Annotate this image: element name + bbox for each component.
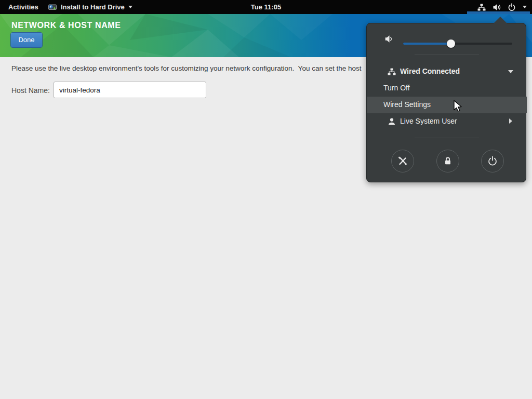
separator (415, 55, 479, 55)
menu-item-wired-connected[interactable]: Wired Connected (367, 63, 527, 80)
done-button[interactable]: Done (10, 32, 43, 48)
menu-item-turn-off[interactable]: Turn Off (367, 80, 527, 97)
volume-icon (493, 3, 501, 11)
popover-arrow (494, 17, 507, 23)
system-menu-popover: Wired Connected Turn Off Wired Settings … (366, 23, 526, 182)
settings-tools-icon (397, 156, 408, 166)
lock-icon (443, 156, 453, 166)
top-bar: Activities Install to Hard Drive Tue 11:… (0, 0, 532, 14)
user-icon (388, 117, 396, 127)
menu-item-wired-settings[interactable]: Wired Settings (367, 97, 527, 113)
power-icon (487, 156, 498, 166)
system-actions-row (367, 150, 527, 172)
volume-row (367, 29, 527, 49)
chevron-down-icon (523, 6, 527, 8)
lock-button[interactable] (436, 150, 459, 172)
chevron-right-icon (509, 118, 512, 124)
host-name-input[interactable] (54, 82, 206, 98)
system-status-area-button[interactable] (477, 0, 527, 14)
network-wired-icon (388, 68, 396, 77)
page-title: NETWORK & HOST NAME (11, 21, 121, 30)
host-name-label: Host Name: (11, 86, 50, 95)
volume-slider-fill (403, 43, 451, 45)
desktop: Activities Install to Hard Drive Tue 11:… (0, 0, 532, 399)
volume-slider[interactable] (403, 43, 512, 45)
network-wired-icon (477, 3, 486, 11)
power-icon (508, 3, 516, 11)
instruction-text: Please use the live desktop environment'… (11, 64, 367, 72)
separator (415, 138, 479, 138)
menu-item-live-system-user[interactable]: Live System User (367, 113, 527, 130)
system-menu-list: Wired Connected Turn Off Wired Settings … (367, 63, 527, 130)
speaker-icon (384, 34, 394, 46)
volume-slider-knob[interactable] (447, 39, 455, 48)
clock-button[interactable]: Tue 11:05 (0, 0, 532, 14)
settings-button[interactable] (391, 150, 414, 172)
power-button[interactable] (481, 150, 504, 172)
chevron-down-icon (508, 70, 513, 73)
